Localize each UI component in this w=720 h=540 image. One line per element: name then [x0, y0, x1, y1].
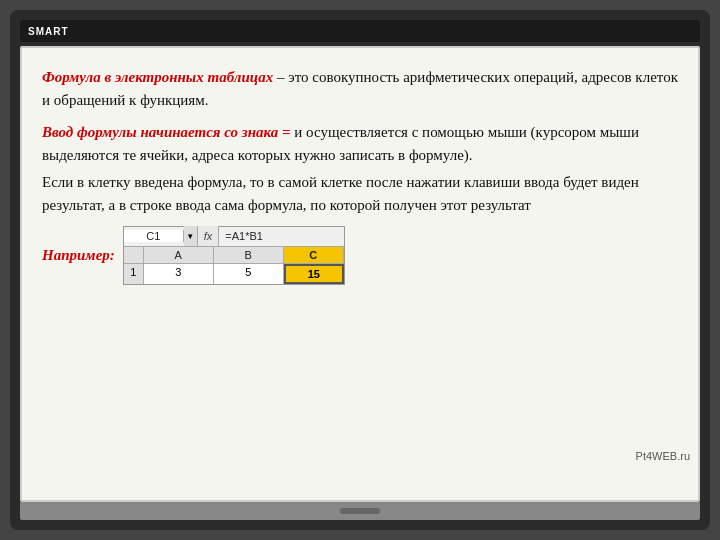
- row-num-header: [124, 247, 144, 263]
- para1-title: Формула в электронных таблицах: [42, 69, 273, 85]
- formula-bar: C1 ▼ fx =A1*B1: [124, 227, 344, 247]
- equals-sign: =: [282, 124, 291, 140]
- whiteboard: Формула в электронных таблицах – это сов…: [20, 46, 700, 502]
- bottom-bar: [20, 502, 700, 520]
- bottom-section: Например: C1 ▼ fx =A1*B1 A B C 1 3: [42, 226, 678, 285]
- table-row: 1 3 5 15: [124, 264, 344, 284]
- formula-display: =A1*B1: [219, 230, 269, 242]
- bottom-handle: [340, 508, 380, 514]
- col-header-a: A: [144, 247, 214, 263]
- watermark: Pt4WEB.ru: [636, 450, 690, 462]
- smartboard-header: SMART: [20, 20, 700, 42]
- col-header-c: C: [284, 247, 344, 263]
- cell-b1[interactable]: 5: [214, 264, 284, 284]
- row-number: 1: [124, 264, 144, 284]
- para3-text: Если в клетку введена формула, то в само…: [42, 174, 639, 213]
- fx-button[interactable]: fx: [198, 226, 220, 246]
- col-header-b: B: [214, 247, 284, 263]
- paragraph-2: Ввод формулы начинается со знака = и осу…: [42, 121, 678, 168]
- cell-reference: C1: [124, 230, 184, 242]
- cell-c1[interactable]: 15: [284, 264, 344, 284]
- paragraph-3: Если в клетку введена формула, то в само…: [42, 171, 678, 218]
- paragraph-1: Формула в электронных таблицах – это сов…: [42, 66, 678, 113]
- spreadsheet: C1 ▼ fx =A1*B1 A B C 1 3 5 15: [123, 226, 345, 285]
- napример-label: Например:: [42, 247, 115, 264]
- dropdown-arrow-icon[interactable]: ▼: [184, 226, 198, 246]
- smartboard-logo: SMART: [28, 26, 69, 37]
- table-header-row: A B C: [124, 247, 344, 264]
- cell-a1[interactable]: 3: [144, 264, 214, 284]
- board-frame: SMART Формула в электронных таблицах – э…: [10, 10, 710, 530]
- para2-intro: Ввод формулы начинается со знака: [42, 124, 278, 140]
